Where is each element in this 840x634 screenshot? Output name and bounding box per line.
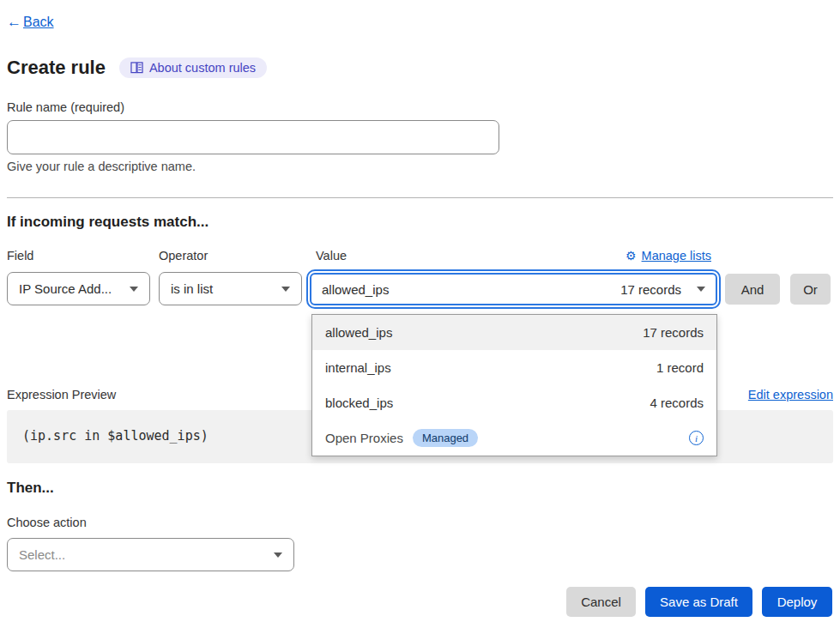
then-section-heading: Then... [7,480,54,497]
action-select[interactable]: Select... [7,538,294,571]
rule-name-helper: Give your rule a descriptive name. [7,160,196,173]
list-record-count: 1 record [656,360,704,375]
list-name: internal_ips [325,360,391,375]
back-arrow-icon: ← [7,14,21,31]
list-name: Open Proxies [325,431,403,445]
field-select[interactable]: IP Source Add... [7,272,150,305]
cancel-button[interactable]: Cancel [566,587,636,617]
value-select-meta: 17 records [620,282,681,297]
managed-badge: Managed [413,429,478,447]
edit-expression-link[interactable]: Edit expression [748,388,833,402]
title-row: Create rule About custom rules [7,57,267,79]
action-select-placeholder: Select... [19,547,65,562]
operator-select-value: is in list [171,281,213,296]
page-title: Create rule [7,57,106,79]
about-badge-label: About custom rules [149,61,256,75]
list-item-open-proxies[interactable]: Open Proxies Managed i [312,420,716,456]
operator-select[interactable]: is in list [159,272,302,305]
field-label: Field [7,249,33,263]
list-name: blocked_ips [325,395,393,410]
create-rule-page: ← Back Create rule About custom rules Ru… [0,0,840,634]
list-item-internal-ips[interactable]: internal_ips 1 record [312,350,716,385]
manage-lists-link[interactable]: ⚙ Manage lists [625,249,711,263]
and-button[interactable]: And [725,274,780,305]
deploy-button[interactable]: Deploy [762,587,832,617]
save-as-draft-button[interactable]: Save as Draft [645,587,752,617]
gear-icon: ⚙ [625,249,637,263]
value-dropdown-menu: allowed_ips 17 records internal_ips 1 re… [311,314,717,456]
list-item-allowed-ips[interactable]: allowed_ips 17 records [312,315,716,350]
chevron-down-icon [281,287,290,292]
back-link-label[interactable]: Back [23,15,54,30]
about-custom-rules-link[interactable]: About custom rules [119,57,267,78]
value-select[interactable]: allowed_ips 17 records [306,269,721,309]
list-record-count: 4 records [650,395,704,410]
value-select-value: allowed_ips [322,282,389,297]
match-section-heading: If incoming requests match... [7,214,208,231]
manage-lists-label[interactable]: Manage lists [642,249,711,263]
chevron-down-icon [274,552,282,558]
choose-action-label: Choose action [7,516,87,529]
info-icon[interactable]: i [689,431,704,445]
or-button[interactable]: Or [790,274,831,305]
list-item-blocked-ips[interactable]: blocked_ips 4 records [312,385,716,420]
chevron-down-icon [130,287,138,292]
operator-label: Operator [159,249,208,263]
expression-code: (ip.src in $allowed_ips) [22,428,208,444]
section-divider [7,197,833,198]
list-record-count: 17 records [643,325,704,340]
list-name: allowed_ips [325,325,392,340]
field-select-value: IP Source Add... [19,281,112,296]
back-link[interactable]: ← Back [7,14,54,31]
rule-name-input[interactable] [7,120,499,154]
book-icon [130,62,143,74]
value-label: Value [316,249,347,263]
expression-preview-label: Expression Preview [7,388,116,402]
rule-name-label: Rule name (required) [7,100,124,114]
chevron-down-icon [697,287,705,292]
